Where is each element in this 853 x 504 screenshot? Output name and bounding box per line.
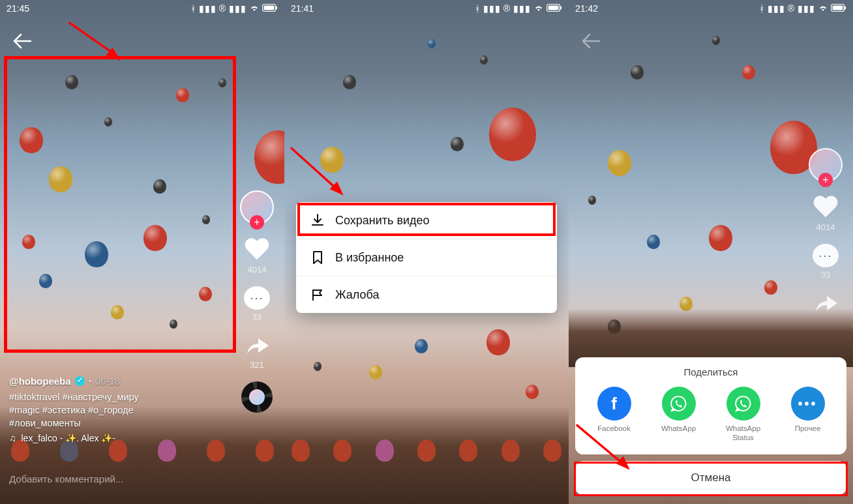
sim-icon: ® xyxy=(788,3,795,14)
status-time: 21:42 xyxy=(575,3,598,14)
music-note-icon: ♫ xyxy=(9,432,16,445)
battery-icon xyxy=(546,3,562,14)
more-icon: ••• xyxy=(791,387,825,421)
signal2-icon: ▮▮▮ xyxy=(229,3,247,14)
download-icon xyxy=(310,213,325,228)
share-button[interactable] xyxy=(813,291,839,315)
svg-rect-7 xyxy=(833,6,843,10)
status-bar: 21:45 ᚼ ▮▮▮ ® ▮▮▮ xyxy=(0,0,284,17)
share-sheet-card: Поделиться f Facebook WhatsApp WhatsAp xyxy=(575,357,846,454)
follow-plus-icon[interactable]: + xyxy=(250,215,264,230)
status-time: 21:41 xyxy=(291,3,314,14)
battery-icon xyxy=(262,3,278,14)
share-cancel-button[interactable]: Отмена xyxy=(575,461,846,495)
sound-disc[interactable] xyxy=(241,381,273,413)
add-comment-input[interactable]: Добавить комментарий... xyxy=(9,473,123,484)
bookmark-icon xyxy=(310,250,325,265)
heart-icon xyxy=(813,194,839,220)
share-whatsapp-status[interactable]: WhatsApp Status xyxy=(721,387,766,443)
ctx-report[interactable]: Жалоба xyxy=(296,276,557,313)
signal2-icon: ▮▮▮ xyxy=(513,3,531,14)
share-whatsapp[interactable]: WhatsApp xyxy=(656,387,702,443)
follow-plus-icon[interactable]: + xyxy=(818,173,833,187)
context-menu: Сохранить видео В избранное Жалоба xyxy=(296,202,557,313)
caption-block: @hobopeeba ✓ · 06-18 #tiktoktravel #навс… xyxy=(9,374,226,445)
wifi-icon xyxy=(249,3,260,14)
sim-icon: ® xyxy=(219,3,226,14)
status-bar: 21:41 ᚼ ▮▮▮ ® ▮▮▮ xyxy=(284,0,569,17)
action-rail: + 4014 ··· 33 xyxy=(805,148,846,315)
wifi-icon xyxy=(818,3,828,14)
like-count: 4014 xyxy=(248,265,267,274)
svg-rect-5 xyxy=(560,7,561,10)
bluetooth-icon: ᚼ xyxy=(475,3,481,14)
signal-icon: ▮▮▮ xyxy=(199,3,217,14)
signal2-icon: ▮▮▮ xyxy=(798,3,815,14)
comment-button[interactable]: ··· 33 xyxy=(813,244,839,280)
status-icons: ᚼ ▮▮▮ ® ▮▮▮ xyxy=(190,3,278,14)
ctx-save-video[interactable]: Сохранить видео xyxy=(296,202,557,239)
whatsapp-icon xyxy=(662,387,696,421)
ground xyxy=(284,406,569,504)
ctx-favorite[interactable]: В избранное xyxy=(296,239,557,276)
share-icon xyxy=(813,291,839,315)
like-button[interactable]: 4014 xyxy=(244,236,270,274)
heart-icon xyxy=(244,236,270,262)
ctx-label: В избранное xyxy=(335,251,404,265)
ctx-label: Сохранить видео xyxy=(335,214,430,228)
share-button[interactable]: 321 xyxy=(244,334,270,370)
signal-icon: ▮▮▮ xyxy=(483,3,501,14)
status-bar: 21:42 ᚼ ▮▮▮ ® ▮▮▮ xyxy=(569,0,853,17)
screen-3: 21:42 ᚼ ▮▮▮ ® ▮▮▮ + 4014 ··· 33 xyxy=(569,0,853,504)
username[interactable]: @hobopeeba xyxy=(9,374,71,388)
screen-1: 21:45 ᚼ ▮▮▮ ® ▮▮▮ xyxy=(0,0,284,504)
post-date: 06-18 xyxy=(95,374,120,388)
share-count: 321 xyxy=(250,360,264,370)
svg-rect-8 xyxy=(845,7,846,10)
comment-icon: ··· xyxy=(244,286,270,310)
back-icon[interactable] xyxy=(582,33,600,53)
creator-avatar[interactable]: + xyxy=(240,190,274,224)
bluetooth-icon: ᚼ xyxy=(190,3,196,14)
battery-icon xyxy=(831,3,846,14)
ctx-label: Жалоба xyxy=(335,288,379,302)
comment-icon: ··· xyxy=(813,244,839,267)
share-sheet-title: Поделиться xyxy=(582,366,840,378)
wifi-icon xyxy=(533,3,544,14)
action-rail: + 4014 ··· 33 321 xyxy=(236,190,278,413)
screen-2: 21:41 ᚼ ▮▮▮ ® ▮▮▮ Сохранить видео xyxy=(284,0,569,504)
comment-count: 33 xyxy=(252,312,262,322)
share-more[interactable]: ••• Прочее xyxy=(785,387,831,443)
svg-rect-4 xyxy=(548,6,559,10)
creator-avatar[interactable]: + xyxy=(809,148,843,182)
facebook-icon: f xyxy=(597,387,631,421)
back-icon[interactable] xyxy=(13,33,31,53)
like-button[interactable]: 4014 xyxy=(813,194,839,232)
signal-icon: ▮▮▮ xyxy=(768,3,785,14)
share-sheet: Поделиться f Facebook WhatsApp WhatsAp xyxy=(575,357,846,495)
comment-button[interactable]: ··· 33 xyxy=(244,286,270,322)
svg-rect-2 xyxy=(276,7,277,10)
whatsapp-status-icon xyxy=(726,387,760,421)
like-count: 4014 xyxy=(816,222,835,232)
share-facebook[interactable]: f Facebook xyxy=(591,387,637,443)
share-icon xyxy=(244,334,270,357)
status-time: 21:45 xyxy=(7,3,29,14)
sim-icon: ® xyxy=(503,3,511,14)
dot: · xyxy=(89,374,91,388)
music-row[interactable]: ♫ lex_falco - ✨. Alex ✨- xyxy=(9,432,226,445)
svg-rect-1 xyxy=(264,6,275,10)
verified-badge-icon: ✓ xyxy=(75,376,85,386)
flag-icon xyxy=(310,288,325,302)
status-icons: ᚼ ▮▮▮ ® ▮▮▮ xyxy=(475,3,562,14)
bluetooth-icon: ᚼ xyxy=(759,3,765,14)
music-title: lex_falco - ✨. Alex ✨- xyxy=(22,432,116,445)
comment-count: 33 xyxy=(821,270,830,280)
status-icons: ᚼ ▮▮▮ ® ▮▮▮ xyxy=(759,3,846,14)
hashtags[interactable]: #tiktoktravel #навстречу_миру #magic #эс… xyxy=(9,391,226,430)
